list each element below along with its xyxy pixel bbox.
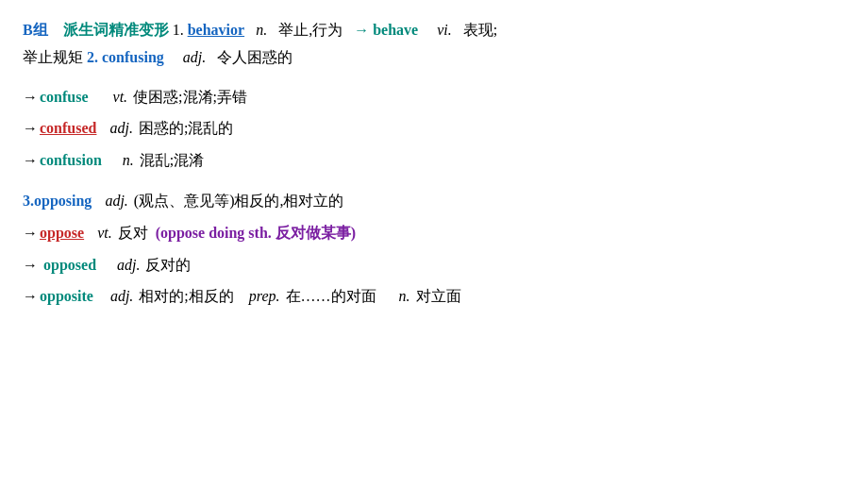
entry1-def: 举止,行为 [278, 22, 342, 38]
confuse-arrow: → [23, 81, 38, 113]
confuse-line: → confuse vt. 使困惑;混淆;弄错 [23, 81, 845, 113]
confused-pos: adj. [109, 112, 132, 144]
opposite-def2: 在……的对面 [286, 280, 376, 312]
opposite-line: → opposite adj. 相对的;相反的 prep. 在……的对面 n. … [23, 280, 845, 312]
entry2-num: 2. [87, 49, 98, 65]
confusion-pos: n. [123, 144, 134, 177]
entry2-pos: adj. [183, 49, 206, 65]
opposite-word: opposite [40, 280, 93, 312]
confusion-arrow: → [23, 144, 38, 177]
oppose-arrow: → [23, 217, 38, 249]
header-line-1: B组 派生词精准变形 1. behavior n. 举止,行为 → behave… [23, 17, 845, 44]
entry1-deriv-def-part2: 举止规矩 [23, 49, 83, 65]
entry1-pos: n. [256, 22, 267, 38]
entry1-deriv-def-part1: 表现; [463, 22, 497, 38]
confused-line: → confused adj. 困惑的;混乱的 [23, 112, 845, 144]
header-line-2: 举止规矩 2. confusing adj. 令人困惑的 [23, 44, 845, 72]
entry1-word: behavior [188, 22, 244, 38]
opposite-def3: 对立面 [416, 280, 461, 312]
section-title: 派生词精准变形 [63, 22, 169, 38]
oppose-highlight: (oppose doing sth. 反对做某事) [156, 217, 356, 249]
entry1-deriv: behave [373, 22, 418, 38]
opposing-word: opposing [34, 185, 92, 217]
opposite-def1: 相对的;相反的 [139, 280, 233, 312]
oppose-pos: vt. [97, 217, 112, 249]
opposing-section: 3. opposing adj. (观点、意见等)相反的,相对立的 → oppo… [23, 185, 845, 312]
opposing-num: 3. [23, 185, 34, 217]
opposite-pos3: n. [399, 280, 410, 312]
entry2-word: confusing [102, 49, 164, 65]
confused-arrow: → [23, 112, 38, 144]
confuse-section: → confuse vt. 使困惑;混淆;弄错 → confused adj. … [23, 81, 845, 177]
opposing-def: (观点、意见等)相反的,相对立的 [134, 185, 344, 217]
opposed-line: → opposed adj. 反对的 [23, 249, 845, 281]
confusion-word: confusion [40, 144, 102, 177]
confused-word: confused [40, 112, 96, 144]
opposing-pos: adj. [105, 185, 127, 217]
entry1-num: 1. [173, 22, 184, 38]
entry1-deriv-pos: vi. [437, 22, 452, 38]
confuse-def: 使困惑;混淆;弄错 [133, 81, 247, 113]
confuse-word: confuse [40, 81, 89, 113]
opposed-word: opposed [43, 249, 96, 281]
oppose-line: → oppose vt. 反对 (oppose doing sth. 反对做某事… [23, 217, 845, 249]
opposed-pos: adj. [117, 249, 140, 281]
confuse-pos: vt. [113, 81, 128, 113]
oppose-word: oppose [40, 217, 84, 249]
opposite-pos1: adj. [110, 280, 133, 312]
group-label: B组 [23, 22, 48, 38]
header-section: B组 派生词精准变形 1. behavior n. 举止,行为 → behave… [23, 17, 845, 72]
entry2-def: 令人困惑的 [217, 49, 292, 65]
header-spacer [52, 22, 59, 38]
confusion-line: → confusion n. 混乱;混淆 [23, 144, 845, 177]
confused-def: 困惑的;混乱的 [139, 112, 233, 144]
entry1-arrow: → [354, 22, 369, 38]
opposing-line: 3. opposing adj. (观点、意见等)相反的,相对立的 [23, 185, 845, 217]
opposite-pos2: prep. [249, 280, 280, 312]
opposed-def: 反对的 [145, 249, 191, 281]
oppose-def: 反对 [118, 217, 148, 249]
opposite-arrow: → [23, 280, 38, 312]
confusion-def: 混乱;混淆 [140, 144, 204, 177]
opposed-arrow: → [23, 249, 38, 281]
